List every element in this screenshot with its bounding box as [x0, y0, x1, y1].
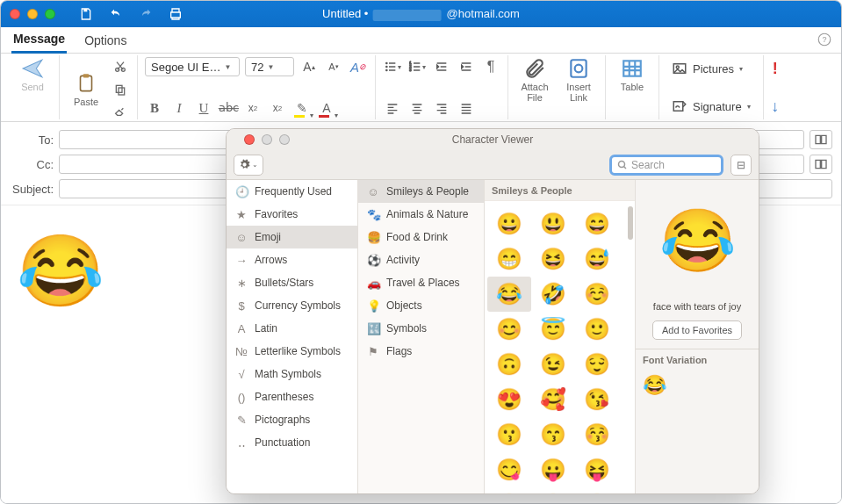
- tab-options[interactable]: Options: [83, 30, 128, 53]
- increase-indent-button[interactable]: [457, 57, 476, 76]
- cv-category-item[interactable]: ★Favorites: [227, 203, 357, 226]
- cv-settings-button[interactable]: ⌄: [234, 155, 263, 176]
- bullets-button[interactable]: ▾: [383, 57, 402, 76]
- align-left-button[interactable]: [383, 98, 402, 118]
- decrease-indent-button[interactable]: [432, 57, 451, 76]
- cv-emoji-cell[interactable]: 😆: [531, 241, 575, 277]
- pictures-button[interactable]: Pictures▾: [666, 57, 756, 80]
- minimize-window-button[interactable]: [27, 9, 38, 19]
- font-color-button[interactable]: A▾: [317, 98, 336, 118]
- align-right-button[interactable]: [432, 98, 451, 118]
- paste-button[interactable]: Paste: [67, 72, 105, 107]
- cv-category-item[interactable]: ‥Punctuation: [227, 431, 357, 454]
- cv-emoji-cell[interactable]: 😌: [575, 347, 619, 382]
- cv-emoji-cell[interactable]: 😅: [575, 241, 619, 277]
- format-painter-button[interactable]: [111, 103, 130, 122]
- align-center-button[interactable]: [407, 98, 427, 118]
- cv-emoji-cell[interactable]: 😍: [487, 382, 531, 417]
- cv-category-item[interactable]: 🕘Frequently Used: [227, 180, 357, 203]
- cv-emoji-cell[interactable]: 😀: [487, 206, 531, 241]
- cv-subcategory-item[interactable]: 🐾Animals & Nature: [358, 203, 484, 226]
- send-button[interactable]: Send: [13, 57, 52, 92]
- cv-collapse-button[interactable]: ⊟: [730, 155, 752, 176]
- undo-button[interactable]: [106, 4, 126, 24]
- zoom-window-button[interactable]: [45, 9, 55, 19]
- cv-emoji-cell[interactable]: 🤣: [531, 277, 575, 312]
- insert-link-button[interactable]: Insert Link: [559, 57, 598, 103]
- attach-file-button[interactable]: Attach File: [515, 57, 554, 103]
- cv-emoji-cell[interactable]: 😘: [575, 382, 619, 417]
- cv-emoji-cell[interactable]: 😂: [487, 277, 531, 312]
- help-icon[interactable]: ?: [817, 32, 832, 47]
- copy-button[interactable]: [111, 80, 130, 99]
- cv-subcategory-item[interactable]: 🚗Travel & Places: [358, 271, 484, 294]
- cv-emoji-cell[interactable]: 😗: [487, 417, 531, 452]
- highlight-color-button[interactable]: ✎▾: [292, 98, 312, 118]
- print-button[interactable]: [166, 4, 185, 24]
- cv-subcategory-item[interactable]: ☺Smileys & People: [358, 180, 484, 203]
- cv-emoji-cell[interactable]: 🤪: [487, 487, 531, 493]
- signature-button[interactable]: Signature▾: [666, 95, 756, 118]
- cv-emoji-cell[interactable]: 😙: [531, 417, 575, 452]
- save-button[interactable]: [76, 4, 96, 24]
- cv-variant-emoji[interactable]: 😂: [636, 371, 759, 400]
- cv-emoji-cell[interactable]: 🥰: [531, 382, 575, 417]
- cv-emoji-cell[interactable]: 😃: [531, 206, 575, 241]
- cut-button[interactable]: [111, 57, 130, 76]
- cv-category-item[interactable]: ()Parentheses: [227, 385, 357, 408]
- cv-subcategory-item[interactable]: ⚽Activity: [358, 248, 484, 271]
- low-importance-button[interactable]: ↓: [766, 97, 785, 116]
- cv-emoji-cell[interactable]: 😋: [487, 452, 531, 487]
- cv-search-input[interactable]: Search: [609, 155, 723, 176]
- table-button[interactable]: Table: [613, 57, 651, 92]
- cv-category-item[interactable]: ∗Bullets/Stars: [227, 271, 357, 294]
- cv-emoji-cell[interactable]: 😉: [531, 347, 575, 382]
- grow-font-button[interactable]: A▴: [299, 57, 319, 76]
- cv-scroll-indicator[interactable]: [628, 206, 633, 240]
- cv-category-item[interactable]: №Letterlike Symbols: [227, 340, 357, 363]
- cv-category-item[interactable]: ALatin: [227, 317, 357, 340]
- high-importance-button[interactable]: !: [766, 59, 785, 78]
- cv-category-item[interactable]: $Currency Symbols: [227, 294, 357, 317]
- strikethrough-button[interactable]: a̶b̶c̶: [219, 98, 238, 118]
- cv-subcategory-item[interactable]: ⚑Flags: [358, 340, 484, 363]
- cv-emoji-cell[interactable]: 😛: [531, 452, 575, 487]
- cv-add-favorites-button[interactable]: Add to Favorites: [652, 320, 742, 340]
- cv-emoji-cell[interactable]: 😚: [575, 417, 619, 452]
- cv-emoji-cell[interactable]: 🤨: [575, 487, 619, 493]
- font-size-combo[interactable]: 72▼: [245, 57, 294, 76]
- font-name-combo[interactable]: Segoe UI E…▼: [145, 57, 240, 76]
- tab-message[interactable]: Message: [11, 28, 67, 54]
- cv-emoji-cell[interactable]: 🙃: [487, 347, 531, 382]
- cv-subcategory-item[interactable]: 🍔Food & Drink: [358, 226, 484, 248]
- cc-addressbook-button[interactable]: [810, 155, 832, 174]
- italic-button[interactable]: I: [169, 98, 189, 118]
- cv-close-button[interactable]: [244, 134, 255, 145]
- cv-emoji-cell[interactable]: 😇: [531, 312, 575, 347]
- cv-emoji-cell[interactable]: ☺️: [575, 277, 619, 312]
- close-window-button[interactable]: [10, 9, 20, 19]
- to-addressbook-button[interactable]: [810, 130, 832, 149]
- underline-button[interactable]: U: [194, 98, 213, 118]
- cv-emoji-cell[interactable]: 😊: [487, 312, 531, 347]
- cv-category-item[interactable]: ✎Pictographs: [227, 408, 357, 431]
- cv-emoji-cell[interactable]: 😝: [575, 452, 619, 487]
- redo-button[interactable]: [136, 4, 155, 24]
- cv-category-item[interactable]: √Math Symbols: [227, 363, 357, 385]
- show-marks-button[interactable]: ¶: [481, 57, 500, 76]
- shrink-font-button[interactable]: A▾: [324, 57, 343, 76]
- cv-category-item[interactable]: ☺Emoji: [227, 226, 357, 248]
- cv-emoji-cell[interactable]: 😄: [575, 206, 619, 241]
- subscript-button[interactable]: x2: [243, 98, 263, 118]
- cv-emoji-cell[interactable]: 😜: [531, 487, 575, 493]
- cv-category-item[interactable]: →Arrows: [227, 248, 357, 271]
- cv-emoji-cell[interactable]: 😁: [487, 241, 531, 277]
- cv-subcategory-item[interactable]: 💡Objects: [358, 294, 484, 317]
- numbering-button[interactable]: 123▾: [407, 57, 427, 76]
- cv-subcategory-item[interactable]: 🔣Symbols: [358, 317, 484, 340]
- cv-emoji-cell[interactable]: 🙂: [575, 312, 619, 347]
- bold-button[interactable]: B: [145, 98, 164, 118]
- justify-button[interactable]: [457, 98, 476, 118]
- clear-formatting-button[interactable]: A⊘: [349, 57, 368, 76]
- superscript-button[interactable]: x2: [268, 98, 287, 118]
